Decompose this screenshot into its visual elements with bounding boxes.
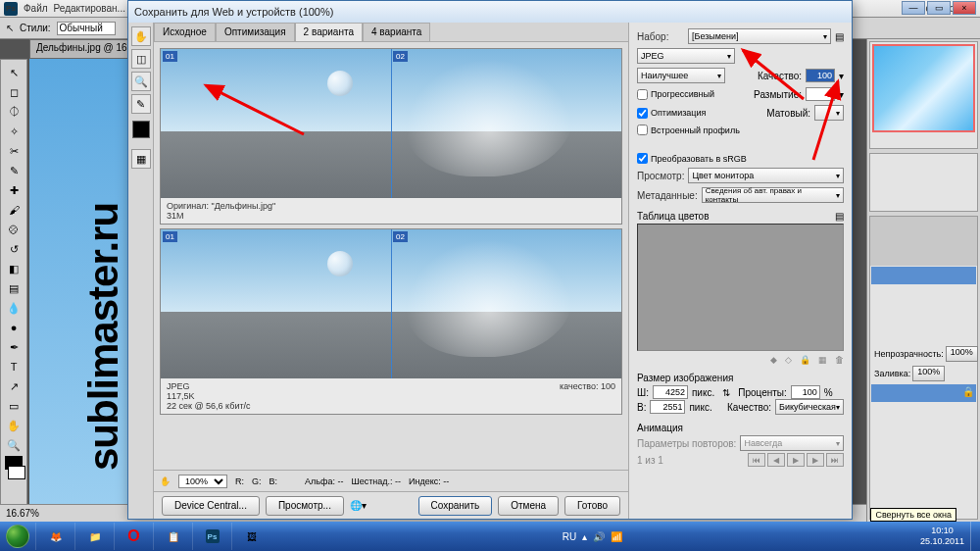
blur-input[interactable] xyxy=(806,87,835,101)
taskbar-firefox-icon[interactable]: 🦊 xyxy=(35,523,74,550)
type-tool-icon[interactable]: T xyxy=(4,358,24,376)
width-input[interactable] xyxy=(653,385,688,399)
tab-4up[interactable]: 4 варианта xyxy=(363,23,430,41)
ct-icon[interactable]: 🔒 xyxy=(800,355,810,365)
height-input[interactable] xyxy=(650,400,685,414)
menu-icon[interactable]: ▤ xyxy=(835,211,844,222)
preview-footer: ✋ 100% R: G: B: Альфа: -- Шестнад.: -- И… xyxy=(154,470,628,491)
preview-button[interactable]: Просмотр... xyxy=(266,496,344,516)
hand-icon[interactable]: ✋ xyxy=(160,476,171,486)
lasso-tool-icon[interactable]: ⏀ xyxy=(4,103,24,121)
zoom-tool-icon[interactable]: 🔍 xyxy=(131,72,151,91)
colortable-label: Таблица цветов xyxy=(637,211,710,222)
hex-label: Шестнад.: -- xyxy=(351,476,401,486)
hand-tool-icon[interactable]: ✋ xyxy=(131,26,151,46)
done-button[interactable]: Готово xyxy=(564,496,620,516)
slice-tool-icon[interactable]: ◫ xyxy=(131,49,151,69)
ct-icon[interactable]: ◇ xyxy=(785,355,792,365)
opacity-value[interactable]: 100% xyxy=(946,346,978,362)
color-panel[interactable] xyxy=(869,153,978,212)
taskbar-app-icon[interactable]: 🖼 xyxy=(231,523,270,550)
quality-slider-icon[interactable]: ▾ xyxy=(839,71,844,81)
preview-pane-optimized[interactable]: 01 02 JPEG 117,5K 22 сек @ 56,6 кбит/с к… xyxy=(160,228,622,415)
save-button[interactable]: Сохранить xyxy=(418,496,493,516)
icc-checkbox[interactable]: Встроенный профиль xyxy=(637,125,740,135)
format-select[interactable]: JPEG xyxy=(637,48,735,64)
stamp-tool-icon[interactable]: ⛒ xyxy=(4,221,24,238)
menu-edit[interactable]: Редактирован... xyxy=(54,3,125,14)
marquee-tool-icon[interactable]: ◻ xyxy=(4,83,24,101)
b-label: B: xyxy=(270,476,278,486)
metadata-select[interactable]: Сведения об авт. правах и контакты xyxy=(702,187,844,203)
cancel-button[interactable]: Отмена xyxy=(498,496,559,516)
zoom-status[interactable]: 16.67% xyxy=(6,508,39,519)
tab-optimized[interactable]: Оптимизация xyxy=(216,23,295,41)
minimize-button[interactable]: — xyxy=(902,1,925,15)
link-icon[interactable]: ⇅ xyxy=(722,387,730,398)
history-brush-icon[interactable]: ↺ xyxy=(4,240,24,258)
hand-tool-icon[interactable]: ✋ xyxy=(4,417,24,434)
style-select[interactable] xyxy=(57,22,116,35)
taskbar-explorer-icon[interactable]: 📁 xyxy=(74,523,114,550)
quality-input[interactable] xyxy=(806,69,835,82)
gradient-tool-icon[interactable]: ▤ xyxy=(4,279,24,297)
eyedropper-color[interactable] xyxy=(132,121,150,138)
preview-pane-original[interactable]: 01 02 Оригинал: "Дельфины.jpg" 31M xyxy=(160,48,622,225)
taskbar-photoshop-icon[interactable]: Ps xyxy=(192,523,231,550)
preview-select[interactable]: Цвет монитора xyxy=(688,168,844,183)
blur-tool-icon[interactable]: 💧 xyxy=(4,299,24,317)
heal-tool-icon[interactable]: ✚ xyxy=(4,181,24,199)
taskbar-clock[interactable]: 10:10 25.10.2011 xyxy=(914,526,970,547)
blur-slider-icon[interactable]: ▾ xyxy=(839,89,844,100)
matte-select[interactable] xyxy=(814,105,844,121)
navigator-thumbnail[interactable] xyxy=(872,44,975,132)
preset-select[interactable]: [Безымени] xyxy=(688,28,831,44)
move-tool-icon[interactable]: ↖ xyxy=(4,64,24,81)
quality-label: Качество: xyxy=(758,71,802,81)
layer-row[interactable] xyxy=(871,267,976,284)
tab-original[interactable]: Исходное xyxy=(154,23,216,41)
shape-tool-icon[interactable]: ▭ xyxy=(4,397,24,415)
path-tool-icon[interactable]: ↗ xyxy=(4,377,24,395)
brush-tool-icon[interactable]: 🖌 xyxy=(4,201,24,219)
start-button[interactable] xyxy=(0,522,35,551)
tray-network-icon[interactable]: 📶 xyxy=(611,531,622,542)
tab-2up[interactable]: 2 варианта xyxy=(295,23,363,41)
tray-lang[interactable]: RU xyxy=(563,531,576,542)
eyedropper-tool-icon[interactable]: ✎ xyxy=(131,94,151,114)
tooltip: Свернуть все окна xyxy=(870,508,956,522)
dodge-tool-icon[interactable]: ● xyxy=(4,319,24,336)
maximize-button[interactable]: ▭ xyxy=(927,1,951,15)
browser-icon[interactable]: 🌐▾ xyxy=(350,500,367,511)
menu-file[interactable]: Файл xyxy=(24,3,48,14)
slice-visibility-icon[interactable]: ▦ xyxy=(131,149,151,169)
wand-tool-icon[interactable]: ✧ xyxy=(4,123,24,140)
crop-tool-icon[interactable]: ✂ xyxy=(4,142,24,160)
percent-input[interactable] xyxy=(791,385,820,399)
layer-row[interactable]: 🔒 xyxy=(871,384,976,402)
close-button[interactable]: × xyxy=(953,1,976,15)
optimized-checkbox[interactable]: Оптимизация xyxy=(637,108,706,119)
color-table[interactable] xyxy=(637,224,844,351)
show-desktop-button[interactable] xyxy=(970,522,980,551)
tray-volume-icon[interactable]: 🔊 xyxy=(593,531,605,542)
resample-select[interactable]: Бикубическая xyxy=(775,399,844,415)
zoom-select[interactable]: 100% xyxy=(178,475,227,488)
ct-icon[interactable]: ◆ xyxy=(770,355,777,365)
pen-tool-icon[interactable]: ✒ xyxy=(4,338,24,356)
eyedropper-tool-icon[interactable]: ✎ xyxy=(4,162,24,179)
srgb-checkbox[interactable]: Преобразовать в sRGB xyxy=(637,153,844,164)
eraser-tool-icon[interactable]: ◧ xyxy=(4,260,24,277)
ct-icon[interactable]: 🗑 xyxy=(835,355,844,365)
background-color[interactable] xyxy=(8,466,25,479)
device-central-button[interactable]: Device Central... xyxy=(162,496,260,516)
taskbar-app-icon[interactable]: 📋 xyxy=(153,523,192,550)
tray-arrow-icon[interactable]: ▴ xyxy=(582,531,587,542)
taskbar-opera-icon[interactable]: O xyxy=(114,523,153,550)
zoom-tool-icon[interactable]: 🔍 xyxy=(4,436,24,454)
ct-icon[interactable]: ▦ xyxy=(818,355,827,365)
progressive-checkbox[interactable]: Прогрессивный xyxy=(637,89,714,100)
fill-value[interactable]: 100% xyxy=(912,366,945,381)
menu-icon[interactable]: ▤ xyxy=(835,31,844,42)
quality-preset-select[interactable]: Наилучшее xyxy=(637,68,725,83)
